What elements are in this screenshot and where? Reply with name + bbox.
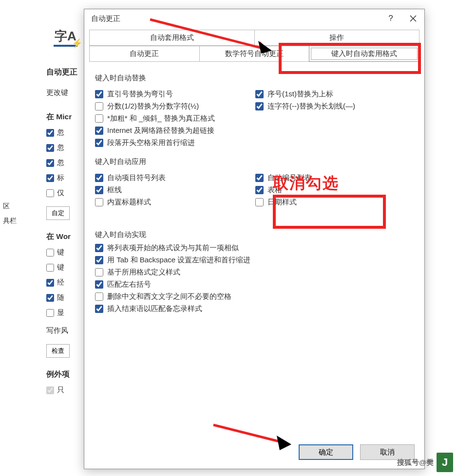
tab-autoformat[interactable]: 自动套用格式 [89,30,254,46]
opt-bulleted-lists[interactable]: 自动项目符号列表 [95,173,251,183]
opt-bold-italic[interactable]: *加粗* 和 _倾斜_ 替换为真正格式 [95,114,251,123]
bg-cb[interactable] [46,129,54,137]
opt-straight-quotes[interactable]: 直引号替换为弯引号 [95,90,251,99]
opt-tab-backspace-indent[interactable]: 用 Tab 和 Backspace 设置左缩进和首行缩进 [95,256,412,265]
opt-match-brackets[interactable]: 匹配左右括号 [95,280,412,289]
opt-remove-extra-space[interactable]: 删除中文和西文文字之间不必要的空格 [95,292,412,301]
bg-cb[interactable] [46,264,54,272]
bg-cb[interactable] [46,189,54,197]
watermark: 搜狐号@樊 J [397,453,453,472]
ok-button[interactable]: 确定 [299,444,353,460]
opt-internet-paths[interactable]: Internet 及网络路径替换为超链接 [95,126,251,135]
tab-autoformat-as-type[interactable]: 键入时自动套用格式 [309,46,419,62]
bg-customize-button[interactable]: 自定 [46,206,70,220]
group-auto-label: 键入时自动实现 [95,230,412,239]
dialog-content: 键入时自动替换 直引号替换为弯引号 分数(1/2)替换为分数字符(½) *加粗*… [84,62,424,439]
opt-tables[interactable]: 表格 [255,185,412,195]
opt-hyphens[interactable]: 连字符(--)替换为长划线(—) [255,102,412,111]
dialog-button-row: 确定 取消 [84,439,424,469]
dialog-titlebar: 自动更正 ? [84,9,424,28]
bg-cb[interactable] [46,159,54,167]
group-replace-label: 键入时自动替换 [95,73,412,83]
tab-autocorrect[interactable]: 自动更正 [89,46,199,62]
left-nav: 区 具栏 [0,71,46,225]
dialog-title: 自动更正 [91,14,120,23]
opt-date-style[interactable]: 日期样式 [255,198,412,207]
autocorrect-dialog: 自动更正 ? 自动套用格式 操作 自动更正 数学符号自动更正 键入时自动套用格式… [84,9,425,469]
tab-actions[interactable]: 操作 [254,30,420,46]
watermark-badge-icon: J [437,453,453,472]
bg-cb[interactable] [46,174,54,182]
bg-cb[interactable] [46,249,54,256]
opt-insert-closing[interactable]: 插入结束语以匹配备忘录样式 [95,304,412,313]
close-icon [410,15,417,22]
dialog-tabs: 自动套用格式 操作 自动更正 数学符号自动更正 键入时自动套用格式 [84,28,424,62]
group-apply-label: 键入时自动应用 [95,157,412,166]
opt-ordinals[interactable]: 序号(1st)替换为上标 [255,90,412,99]
ribbon-icon: 字A⚡ [54,27,78,51]
bg-check-button[interactable]: 检查 [46,344,70,358]
tab-math-autocorrect[interactable]: 数学符号自动更正 [199,46,309,62]
bg-cb[interactable] [46,294,54,302]
opt-format-like-prev[interactable]: 将列表项开始的格式设为与其前一项相似 [95,243,412,253]
opt-borders[interactable]: 框线 [95,185,251,195]
bg-cb[interactable] [46,144,54,152]
opt-numbered-lists[interactable]: 自动编号列表 [255,173,412,183]
help-button[interactable]: ? [380,9,402,28]
opt-first-indent[interactable]: 段落开头空格采用首行缩进 [95,138,251,147]
opt-define-styles[interactable]: 基于所用格式定义样式 [95,268,412,277]
bg-cb[interactable] [46,309,54,317]
bg-cb[interactable] [46,279,54,287]
opt-heading-styles[interactable]: 内置标题样式 [95,198,251,207]
watermark-text: 搜狐号@樊 [397,458,434,467]
opt-fractions[interactable]: 分数(1/2)替换为分数字符(½) [95,102,251,111]
close-button[interactable] [402,9,424,28]
bg-cb [46,386,54,394]
